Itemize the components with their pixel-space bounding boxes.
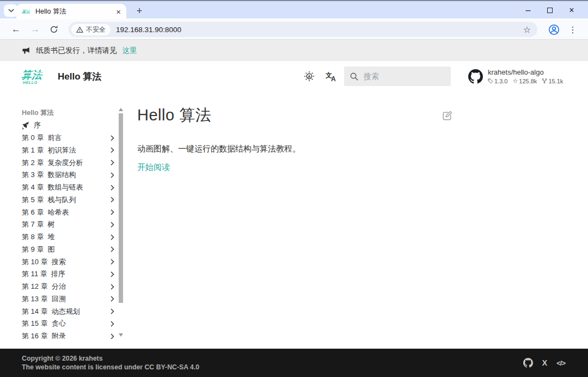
theme-toggle-icon[interactable]: A bbox=[304, 71, 315, 82]
sidebar-item-title: 堆 bbox=[47, 232, 54, 242]
sidebar-item-title: 树 bbox=[47, 220, 54, 229]
sidebar-item[interactable]: 第 6 章 哈希表 bbox=[22, 206, 114, 218]
sidebar-item[interactable]: 第 15 章 贪心 bbox=[22, 318, 114, 330]
sidebar-item[interactable]: 第 10 章 搜索 bbox=[22, 256, 114, 268]
repo-stars: ☆ 125.8k bbox=[512, 77, 537, 84]
chevron-right-icon bbox=[111, 172, 114, 178]
forward-button[interactable]: → bbox=[26, 24, 45, 35]
chevron-right-icon bbox=[111, 321, 114, 327]
svg-text:A: A bbox=[308, 74, 311, 79]
sidebar-item-title: 数组与链表 bbox=[47, 183, 83, 192]
svg-text:A: A bbox=[331, 75, 336, 82]
sidebar-item[interactable]: 第 11 章 排序 bbox=[22, 268, 114, 281]
browser-menu-icon[interactable]: ⋮ bbox=[564, 25, 581, 35]
search-box[interactable] bbox=[344, 66, 451, 86]
sidebar-item-title: 数据结构 bbox=[47, 170, 76, 180]
tag-icon bbox=[488, 78, 493, 84]
chevron-right-icon bbox=[111, 147, 114, 153]
page-title: Hello 算法 bbox=[137, 105, 211, 126]
sidebar-item-title: 初识算法 bbox=[47, 145, 76, 155]
refresh-button[interactable] bbox=[45, 25, 63, 34]
sidebar-item[interactable]: 第 2 章 复杂度分析 bbox=[22, 156, 114, 169]
language-translate-icon[interactable]: 文A bbox=[326, 71, 337, 82]
browser-tab[interactable]: 算法 Hello 算法 × bbox=[16, 4, 126, 20]
back-button[interactable]: ← bbox=[7, 24, 26, 35]
chevron-right-icon bbox=[111, 296, 114, 302]
github-octocat-icon bbox=[468, 69, 483, 84]
fork-icon bbox=[542, 78, 547, 84]
footer-copyright: Copyright © 2026 krahets bbox=[22, 354, 199, 363]
search-input[interactable] bbox=[364, 72, 440, 81]
sidebar-item[interactable]: 第 8 章 堆 bbox=[22, 231, 114, 244]
sidebar-item[interactable]: 第 9 章 图 bbox=[22, 244, 114, 256]
sidebar-item-num: 第 16 章 bbox=[22, 331, 48, 339]
sidebar-item[interactable]: 第 14 章 动态规划 bbox=[22, 305, 114, 318]
site-title[interactable]: Hello 算法 bbox=[58, 70, 101, 83]
address-bar[interactable]: 不安全 192.168.31.90:8000 ☆ bbox=[69, 22, 537, 37]
browser-toolbar: ← → 不安全 192.168.31.90:8000 ☆ ⋮ bbox=[0, 20, 588, 39]
search-icon bbox=[350, 72, 359, 81]
site-footer: Copyright © 2026 krahets The website con… bbox=[0, 349, 588, 377]
svg-text:算法: 算法 bbox=[22, 9, 31, 14]
scroll-down-arrow-icon[interactable] bbox=[119, 333, 123, 337]
window-controls: – × bbox=[517, 2, 583, 19]
sidebar-item-num: 第 10 章 bbox=[22, 257, 48, 267]
sidebar-item-title: 附录 bbox=[52, 331, 66, 339]
browser-tab-strip: 算法 Hello 算法 × + – × bbox=[0, 0, 588, 19]
footer-github-icon[interactable] bbox=[523, 358, 533, 368]
warning-triangle-icon bbox=[76, 26, 83, 33]
new-tab-button[interactable]: + bbox=[132, 4, 146, 18]
sidebar-item[interactable]: 第 13 章 回溯 bbox=[22, 293, 114, 306]
sidebar-item-list: 序 第 0 章 前言 第 1 章 bbox=[22, 119, 114, 339]
window-maximize-button[interactable] bbox=[539, 2, 561, 19]
sidebar-item[interactable]: 第 7 章 树 bbox=[22, 218, 114, 231]
banner-link[interactable]: 这里 bbox=[122, 46, 137, 56]
window-close-button[interactable]: × bbox=[561, 2, 583, 19]
sidebar-item-title: 回溯 bbox=[52, 294, 66, 304]
chevron-down-icon bbox=[8, 9, 14, 13]
site-favicon-icon: 算法 bbox=[22, 8, 31, 15]
sidebar-item-title: 序 bbox=[34, 120, 41, 130]
rocket-icon bbox=[22, 121, 30, 130]
start-reading-link[interactable]: 开始阅读 bbox=[137, 162, 170, 173]
bookmark-star-icon[interactable]: ☆ bbox=[520, 25, 534, 35]
scrollbar-thumb[interactable] bbox=[119, 113, 123, 303]
chevron-right-icon bbox=[111, 271, 114, 277]
chevron-right-icon bbox=[111, 259, 114, 265]
sidebar-item[interactable]: 第 3 章 数据结构 bbox=[22, 169, 114, 181]
security-chip[interactable]: 不安全 bbox=[71, 24, 111, 35]
sidebar-item-num: 第 9 章 bbox=[22, 245, 44, 254]
sidebar-item[interactable]: 序 bbox=[22, 119, 114, 132]
sidebar-item-num: 第 7 章 bbox=[22, 220, 44, 229]
sidebar-scrollbar[interactable] bbox=[119, 108, 123, 337]
tab-title: Hello 算法 bbox=[35, 7, 112, 16]
svg-text:算法: 算法 bbox=[21, 69, 43, 81]
window-minimize-button[interactable]: – bbox=[517, 2, 539, 19]
site-logo[interactable]: 算法HELLO bbox=[21, 68, 46, 85]
sidebar-item[interactable]: 第 0 章 前言 bbox=[22, 132, 114, 144]
scroll-up-arrow-icon[interactable] bbox=[119, 108, 123, 111]
sidebar-item[interactable]: 第 5 章 栈与队列 bbox=[22, 194, 114, 206]
banner-text: 纸质书已发行，详情请见 bbox=[36, 46, 117, 56]
sidebar-item-num: 第 11 章 bbox=[22, 269, 47, 279]
footer-code-icon[interactable]: </> bbox=[556, 359, 565, 367]
repo-meta: 1.3.0 ☆ 125.8k 15.1k bbox=[488, 77, 563, 84]
chevron-right-icon bbox=[111, 246, 114, 252]
sidebar-item-title: 搜索 bbox=[52, 257, 66, 267]
main-content: Hello 算法 动画图解、一键运行的数据结构与算法教程。 开始阅读 bbox=[137, 105, 453, 173]
chevron-right-icon bbox=[111, 197, 114, 203]
sidebar-item-title: 复杂度分析 bbox=[47, 158, 83, 168]
footer-x-twitter-icon[interactable]: X bbox=[542, 358, 547, 367]
tab-close-icon[interactable]: × bbox=[116, 8, 121, 16]
github-repo-card[interactable]: krahets/hello-algo 1.3.0 ☆ 125.8k 15.1k bbox=[468, 68, 569, 84]
profile-avatar-icon[interactable] bbox=[544, 24, 564, 35]
sidebar-item[interactable]: 第 12 章 分治 bbox=[22, 281, 114, 293]
security-label: 不安全 bbox=[86, 25, 106, 34]
sidebar-item-num: 第 15 章 bbox=[22, 319, 48, 329]
sidebar-item[interactable]: 第 16 章 附录 bbox=[22, 330, 114, 339]
sidebar-item[interactable]: 第 4 章 数组与链表 bbox=[22, 181, 114, 194]
sidebar-item[interactable]: 第 1 章 初识算法 bbox=[22, 144, 114, 157]
chevron-right-icon bbox=[111, 284, 114, 290]
sidebar-item-title: 图 bbox=[47, 245, 54, 254]
edit-page-icon[interactable] bbox=[442, 110, 453, 121]
